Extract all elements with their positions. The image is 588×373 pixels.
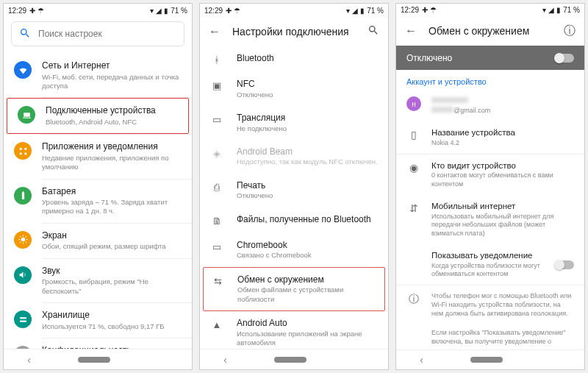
nav-bar: ‹ xyxy=(200,349,388,369)
row-storage[interactable]: ХранилищеИспользуется 71 %, свободно 9,1… xyxy=(4,303,192,338)
nav-back-icon[interactable]: ‹ xyxy=(420,354,423,366)
nav-home-pill[interactable] xyxy=(78,357,110,363)
umbrella-icon: ☂ xyxy=(37,7,44,15)
nav-home-pill[interactable] xyxy=(470,357,503,363)
row-android-auto[interactable]: ▲ Android AutoИспользование приложений н… xyxy=(200,311,388,349)
laptop-icon: ▭ xyxy=(210,241,223,252)
row-device-name[interactable]: ▯ Название устройстваNokia 4.2 xyxy=(396,121,584,154)
row-print[interactable]: ⎙ ПечатьОтключено xyxy=(200,174,388,207)
svg-point-1 xyxy=(24,147,26,149)
row-android-beam: ◈ Android BeamНедоступно, так как модуль… xyxy=(200,140,388,174)
nav-bar: ‹ xyxy=(4,349,192,369)
bluetooth-icon: ᚼ xyxy=(210,54,223,65)
settings-list: Сеть и ИнтернетWi-Fi, моб. сети, передач… xyxy=(4,54,192,349)
row-notification[interactable]: Показывать уведомлениеКогда устройства п… xyxy=(396,244,584,285)
svg-rect-5 xyxy=(20,317,26,319)
email-prefix-redacted xyxy=(431,107,453,113)
wifi-icon: ▾ xyxy=(346,7,350,15)
info-icon: ⓘ xyxy=(406,293,421,306)
nav-bar: ‹ xyxy=(396,349,584,370)
display-icon xyxy=(14,231,32,249)
wifi-icon: ▾ xyxy=(542,6,546,14)
row-apps[interactable]: Приложения и уведомленияНедавние приложе… xyxy=(4,135,192,178)
android-icon: ◈ xyxy=(210,148,223,159)
sound-icon xyxy=(14,266,32,284)
svg-point-2 xyxy=(19,152,21,154)
svg-point-0 xyxy=(19,147,21,149)
master-toggle-bar[interactable]: Отключено xyxy=(396,46,584,70)
row-bt-files[interactable]: 🗎 Файлы, полученные по Bluetooth xyxy=(200,207,388,233)
status-time: 12:29 xyxy=(8,7,26,15)
notification-switch[interactable] xyxy=(555,260,574,269)
app-bar: ← Настройки подключения xyxy=(200,17,388,46)
search-icon xyxy=(19,27,31,41)
row-nfc[interactable]: ▣ NFCОтключено xyxy=(200,72,388,106)
nearby-share-icon: ⇆ xyxy=(211,276,224,287)
battery-icon xyxy=(14,187,32,205)
row-cast[interactable]: ▭ ТрансляцияНе подключено xyxy=(200,106,388,140)
print-icon: ⎙ xyxy=(210,182,223,193)
help-icon[interactable]: ⓘ xyxy=(564,24,576,39)
status-time: 12:29 xyxy=(204,7,223,15)
nav-back-icon[interactable]: ‹ xyxy=(223,354,227,366)
status-bar: 12:29 ✚ ☂ ▾ ◢ ▮ 71 % xyxy=(4,4,192,17)
phone-settings-main: 12:29 ✚ ☂ ▾ ◢ ▮ 71 % Поиск настроек Сеть… xyxy=(3,3,193,370)
toggle-label: Отключено xyxy=(406,53,452,63)
svg-rect-6 xyxy=(20,320,26,322)
apps-icon xyxy=(14,142,32,160)
master-switch[interactable] xyxy=(555,54,574,63)
search-icon[interactable] xyxy=(368,24,379,39)
battery-icon: ▮ xyxy=(164,7,168,15)
shield-icon: ✚ xyxy=(422,6,428,14)
back-icon[interactable]: ← xyxy=(209,25,220,38)
connection-list: ᚼ Bluetooth ▣ NFCОтключено ▭ ТрансляцияН… xyxy=(200,46,388,349)
nav-back-icon[interactable]: ‹ xyxy=(27,354,31,366)
phone-connection-prefs: 12:29 ✚ ☂ ▾ ◢ ▮ 71 % ← Настройки подключ… xyxy=(199,3,389,370)
battery-percent: 71 % xyxy=(171,7,187,15)
section-account: Аккаунт и устройство xyxy=(396,70,584,89)
battery-icon: ▮ xyxy=(556,6,561,14)
row-info: ⓘ Чтобы телефон мог с помощью Bluetooth … xyxy=(396,285,584,324)
row-visibility[interactable]: ◉ Кто видит устройство0 контактов могут … xyxy=(396,154,584,195)
devices-icon xyxy=(18,106,35,124)
row-bluetooth[interactable]: ᚼ Bluetooth xyxy=(200,46,388,72)
page-title: Настройки подключения xyxy=(232,26,356,38)
search-placeholder: Поиск настроек xyxy=(38,29,102,39)
row-account[interactable]: н @gmail.com xyxy=(396,89,584,121)
row-battery[interactable]: БатареяУровень заряда – 71 %. Заряда хва… xyxy=(4,180,192,223)
search-input[interactable]: Поиск настроек xyxy=(11,21,184,46)
shield-icon: ✚ xyxy=(29,7,35,15)
signal-icon: ◢ xyxy=(548,6,554,14)
wifi-icon: ▾ xyxy=(150,7,154,15)
signal-icon: ◢ xyxy=(352,7,358,15)
shield-icon: ✚ xyxy=(226,7,232,15)
row-network[interactable]: Сеть и ИнтернетWi-Fi, моб. сети, передач… xyxy=(4,54,192,97)
row-display[interactable]: ЭкранОбои, спящий режим, размер шрифта xyxy=(4,224,192,258)
android-auto-icon: ▲ xyxy=(210,319,223,330)
avatar-icon: н xyxy=(406,96,421,111)
row-privacy[interactable]: КонфиденциальностьРазрешения, действия в… xyxy=(4,338,192,349)
nfc-icon: ▣ xyxy=(210,80,223,91)
row-sound[interactable]: ЗвукГромкость, вибрация, режим "Не беспо… xyxy=(4,259,192,302)
visibility-icon: ◉ xyxy=(406,162,421,174)
svg-point-4 xyxy=(21,238,24,241)
row-nearby-share[interactable]: ⇆ Обмен с окружениемОбмен файлами с устр… xyxy=(203,267,385,311)
info-text-2: Если настройка "Показывать уведомление" … xyxy=(396,324,584,349)
phone-nearby-share: 12:29 ✚ ☂ ▾ ◢ ▮ 71 % ← Обмен с окружение… xyxy=(395,3,585,370)
status-bar: 12:29 ✚ ☂ ▾ ◢ ▮ 71 % xyxy=(396,4,584,17)
page-title: Обмен с окружением xyxy=(429,25,552,37)
nav-home-pill[interactable] xyxy=(274,357,306,363)
battery-percent: 71 % xyxy=(563,6,580,14)
svg-point-3 xyxy=(24,152,26,154)
umbrella-icon: ☂ xyxy=(234,7,240,15)
umbrella-icon: ☂ xyxy=(430,6,437,14)
data-icon: ⇵ xyxy=(406,202,421,214)
app-bar: ← Обмен с окружением ⓘ xyxy=(396,17,584,46)
battery-icon: ▮ xyxy=(360,7,365,15)
row-connected-devices[interactable]: Подключенные устройстваBluetooth, Androi… xyxy=(7,98,189,134)
cast-icon: ▭ xyxy=(210,114,223,125)
phone-icon: ▯ xyxy=(406,129,421,141)
row-chromebook[interactable]: ▭ ChromebookСвязано с Chromebook xyxy=(200,233,388,267)
row-data[interactable]: ⇵ Мобильный интернетИспользовать мобильн… xyxy=(396,195,584,244)
back-icon[interactable]: ← xyxy=(405,24,417,38)
